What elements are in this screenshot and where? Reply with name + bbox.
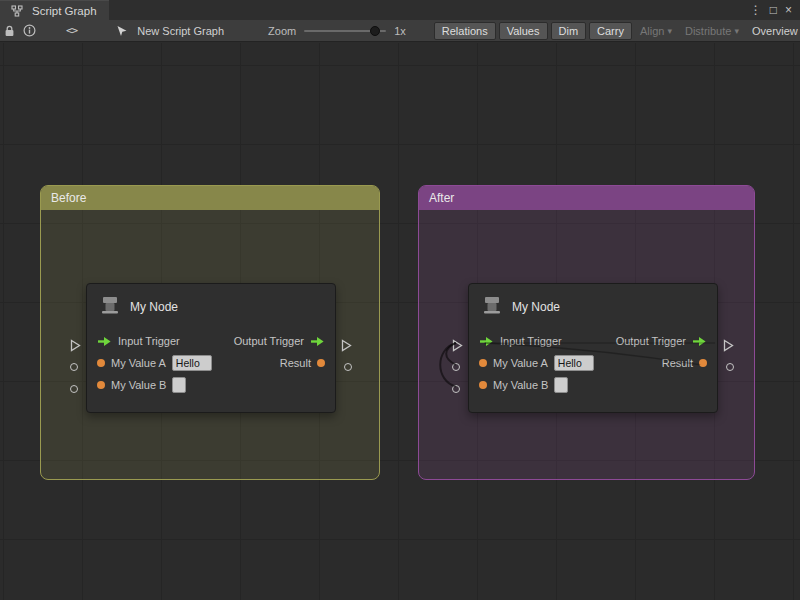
tab-script-graph[interactable]: Script Graph — [0, 0, 109, 20]
port-label-input-trigger: Input Trigger — [118, 335, 180, 347]
my-node-icon — [481, 294, 503, 320]
group-after[interactable]: After My Node Input Trigger — [418, 185, 755, 480]
relations-button[interactable]: Relations — [434, 22, 496, 40]
flow-in-icon[interactable] — [97, 336, 112, 347]
port-label-result: Result — [280, 357, 311, 369]
result-dot-icon[interactable] — [699, 359, 707, 367]
value-a-field[interactable] — [554, 355, 594, 371]
lock-icon[interactable] — [4, 22, 15, 40]
code-icon[interactable]: <> — [66, 22, 77, 40]
script-graph-window: Script Graph ⋮ □ × <> New Script Graph Z… — [0, 0, 800, 600]
port-label-output-trigger: Output Trigger — [616, 335, 686, 347]
distribute-button[interactable]: Distribute ▾ — [680, 23, 744, 39]
port-label-my-value-b: My Value B — [111, 379, 166, 391]
output-trigger-port[interactable] — [723, 339, 734, 352]
value-a-field[interactable] — [172, 355, 212, 371]
dim-button[interactable]: Dim — [551, 22, 587, 40]
port-row-value-b: My Value B — [87, 374, 335, 396]
graph-toolbar: <> New Script Graph Zoom 1x Relations Va… — [0, 20, 800, 42]
graph-name-label[interactable]: New Script Graph — [137, 25, 224, 37]
toolbar-buttons: Relations Values Dim Carry Align ▾ Distr… — [434, 22, 800, 40]
node-my-node[interactable]: My Node Input Trigger Output Trigger — [86, 283, 336, 413]
value-a-dot-icon[interactable] — [97, 359, 105, 367]
tab-title: Script Graph — [32, 5, 97, 17]
zoom-slider-knob[interactable] — [370, 26, 380, 36]
info-icon[interactable] — [23, 22, 36, 40]
result-port[interactable] — [726, 363, 734, 371]
group-before-header[interactable]: Before — [41, 186, 379, 210]
port-row-trigger: Input Trigger Output Trigger — [87, 330, 335, 352]
node-title: My Node — [130, 300, 178, 314]
port-label-result: Result — [662, 357, 693, 369]
zoom-value: 1x — [394, 25, 406, 37]
flow-out-icon[interactable] — [310, 336, 325, 347]
port-label-my-value-a: My Value A — [493, 357, 548, 369]
group-after-header[interactable]: After — [419, 186, 754, 210]
group-after-title: After — [429, 191, 454, 205]
my-value-b-port[interactable] — [452, 385, 460, 393]
group-before-title: Before — [51, 191, 86, 205]
port-row-trigger: Input Trigger Output Trigger — [469, 330, 717, 352]
distribute-label: Distribute — [685, 25, 731, 37]
zoom-slider[interactable] — [304, 24, 386, 38]
group-before[interactable]: Before My Node Input Trigger — [40, 185, 380, 480]
my-node-icon — [99, 294, 121, 320]
tab-strip: Script Graph ⋮ □ × — [0, 0, 800, 20]
my-value-a-port[interactable] — [452, 363, 460, 371]
align-label: Align — [640, 25, 664, 37]
maximize-icon[interactable]: □ — [770, 4, 777, 16]
my-value-b-port[interactable] — [70, 385, 78, 393]
close-icon[interactable]: × — [785, 4, 792, 16]
script-graph-icon — [8, 2, 26, 20]
flow-out-icon[interactable] — [692, 336, 707, 347]
result-dot-icon[interactable] — [317, 359, 325, 367]
port-label-input-trigger: Input Trigger — [500, 335, 562, 347]
pointer-icon — [113, 22, 131, 40]
value-b-field[interactable] — [172, 377, 186, 393]
port-row-value-a: My Value A Result — [87, 352, 335, 374]
graph-canvas[interactable]: Before My Node Input Trigger — [0, 43, 800, 600]
port-label-my-value-b: My Value B — [493, 379, 548, 391]
carry-button[interactable]: Carry — [589, 22, 632, 40]
align-button[interactable]: Align ▾ — [635, 23, 677, 39]
port-row-value-b: My Value B — [469, 374, 717, 396]
port-label-my-value-a: My Value A — [111, 357, 166, 369]
values-button[interactable]: Values — [499, 22, 548, 40]
node-my-node[interactable]: My Node Input Trigger Output Trigger — [468, 283, 718, 413]
value-b-field[interactable] — [554, 377, 568, 393]
flow-in-icon[interactable] — [479, 336, 494, 347]
chevron-down-icon: ▾ — [667, 26, 672, 36]
chevron-down-icon: ▾ — [734, 26, 739, 36]
input-trigger-port[interactable] — [452, 339, 463, 352]
graph-name-wrap: New Script Graph — [113, 22, 224, 40]
menu-icon[interactable]: ⋮ — [750, 4, 762, 16]
my-value-a-port[interactable] — [70, 363, 78, 371]
overview-button[interactable]: Overview — [747, 23, 800, 39]
node-title: My Node — [512, 300, 560, 314]
port-label-output-trigger: Output Trigger — [234, 335, 304, 347]
value-b-dot-icon[interactable] — [479, 381, 487, 389]
port-row-value-a: My Value A Result — [469, 352, 717, 374]
window-controls: ⋮ □ × — [750, 0, 800, 20]
value-a-dot-icon[interactable] — [479, 359, 487, 367]
result-port[interactable] — [344, 363, 352, 371]
zoom-control: Zoom 1x — [268, 24, 406, 38]
input-trigger-port[interactable] — [70, 339, 81, 352]
zoom-label: Zoom — [268, 25, 296, 37]
node-header[interactable]: My Node — [469, 284, 717, 330]
value-b-dot-icon[interactable] — [97, 381, 105, 389]
node-header[interactable]: My Node — [87, 284, 335, 330]
output-trigger-port[interactable] — [341, 339, 352, 352]
